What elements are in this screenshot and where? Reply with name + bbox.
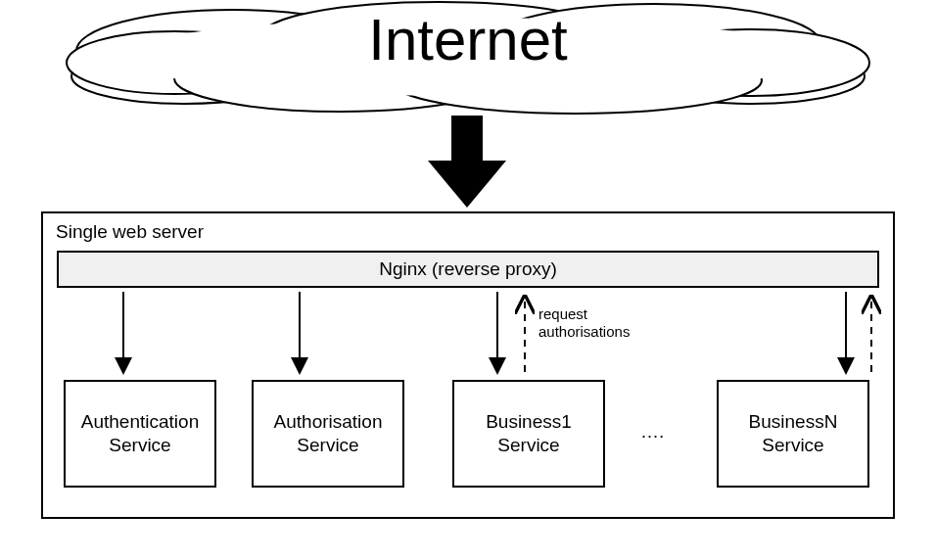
request-authorisations-label: request authorisations [538,305,630,341]
reverse-proxy-box: Nginx (reverse proxy) [57,251,879,288]
internet-cloud: Internet [47,0,889,116]
reverse-proxy-label: Nginx (reverse proxy) [379,258,557,280]
diagram-canvas: Internet Single web server Nginx (revers… [0,0,936,560]
service-label: AuthorisationService [274,410,383,457]
svg-marker-10 [428,116,506,208]
services-ellipsis: …. [640,421,664,443]
service-authorisation: AuthorisationService [252,380,404,488]
svg-point-9 [116,18,820,96]
request-label-line2: authorisations [538,323,630,340]
service-business1: Business1Service [452,380,605,488]
service-label: Business1Service [486,410,572,457]
request-label-line1: request [538,305,587,322]
service-authentication: AuthenticationService [64,380,216,488]
service-businessN: BusinessNService [717,380,869,488]
big-arrow-down-icon [428,116,506,208]
service-label: AuthenticationService [81,410,199,457]
server-container: Single web server Nginx (reverse proxy) [41,211,895,519]
cloud-icon [47,0,889,116]
server-title: Single web server [56,221,204,243]
service-label: BusinessNService [749,410,838,457]
